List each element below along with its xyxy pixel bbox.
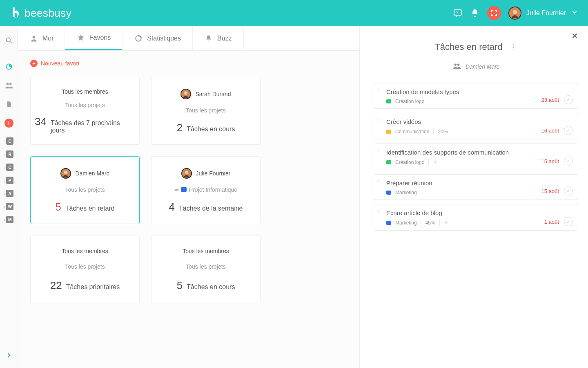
- favorite-card[interactable]: Tous les membresTous les projets34Tâches…: [30, 77, 140, 145]
- favorite-card[interactable]: Tous les membresTous les projets22Tâches…: [30, 236, 140, 303]
- collapse-sidebar-icon[interactable]: [0, 347, 18, 364]
- close-icon[interactable]: ✕: [571, 31, 578, 41]
- svg-point-7: [33, 36, 36, 38]
- chevron-right-icon: ›: [4, 191, 5, 196]
- sidebar-project-item[interactable]: ›C: [4, 161, 13, 173]
- favorite-card[interactable]: Sarah DurandTous les projets2Tâches en c…: [151, 77, 261, 145]
- favorite-card[interactable]: Tous les membresTous les projets5Tâches …: [151, 236, 261, 303]
- svg-text:?: ?: [456, 10, 459, 15]
- brand-name: beesbusy: [24, 7, 71, 20]
- card-project-row: Tous les projets: [65, 263, 105, 270]
- members-icon[interactable]: [0, 77, 18, 94]
- sidebar-project-item[interactable]: ›P: [4, 174, 13, 186]
- project-chip: M: [6, 216, 13, 223]
- file-icon[interactable]: [0, 96, 18, 113]
- top-bar: beesbusy ? Julie Fournier: [0, 0, 588, 26]
- task-progress: 45%: [425, 220, 435, 226]
- project-chip: W: [6, 203, 13, 210]
- task-item[interactable]: ↑Préparer réunionMarketing15 août✓: [374, 174, 578, 200]
- task-item[interactable]: ↑Création de modèles typesCréation logo2…: [374, 83, 578, 109]
- task-title: Créer vidéos: [386, 118, 572, 125]
- dashboard-icon[interactable]: [0, 58, 18, 75]
- svg-point-16: [457, 64, 460, 66]
- add-button[interactable]: +: [0, 114, 18, 132]
- complete-checkbox[interactable]: ✓: [564, 126, 573, 135]
- sidebar-project-item[interactable]: ›A: [4, 187, 13, 200]
- chevron-right-icon: ›: [4, 204, 5, 209]
- tab-label: Favoris: [89, 34, 111, 41]
- briefcase-icon: [386, 221, 391, 225]
- briefcase-icon: [181, 187, 187, 192]
- task-project: Communication: [395, 129, 429, 135]
- help-chat-icon[interactable]: ?: [453, 8, 463, 18]
- new-favorite-label: Nouveau favori: [41, 60, 79, 67]
- complete-checkbox[interactable]: ✓: [564, 217, 573, 226]
- task-title: Création de modèles types: [386, 88, 572, 95]
- more-menu-icon[interactable]: ⋮: [510, 43, 517, 52]
- share-icon: ➦: [174, 186, 179, 193]
- project-chip: C: [6, 137, 13, 145]
- task-item[interactable]: ↑Ecrire article de blogMarketing45%1 aoû…: [374, 204, 578, 231]
- task-title: Préparer réunion: [386, 180, 572, 186]
- panel-title: Tâches en retard: [434, 42, 502, 52]
- tab-favoris[interactable]: Favoris: [65, 26, 122, 50]
- brand-logo-icon: [10, 7, 21, 20]
- task-item[interactable]: ↑Identification des supports de communic…: [374, 144, 578, 170]
- chevron-right-icon: ›: [4, 165, 5, 170]
- complete-checkbox[interactable]: ✓: [564, 186, 573, 195]
- user-name: Julie Fournier: [526, 9, 566, 17]
- briefcase-icon: [386, 99, 391, 103]
- arrow-up-icon: ↑: [377, 147, 380, 154]
- card-count-row: 5Tâches en cours: [177, 279, 235, 292]
- card-avatar: [60, 168, 71, 179]
- complete-checkbox[interactable]: ✓: [564, 95, 573, 104]
- tab-moi[interactable]: Moi: [18, 26, 65, 50]
- complete-checkbox[interactable]: ✓: [564, 157, 573, 166]
- tab-statistiques[interactable]: Statistiques: [122, 26, 193, 50]
- task-date: 23 août: [541, 97, 559, 103]
- svg-point-10: [184, 91, 187, 94]
- svg-point-12: [64, 171, 67, 174]
- sidebar-project-item[interactable]: ›W: [4, 200, 13, 213]
- new-favorite-button[interactable]: + Nouveau favori: [30, 60, 347, 67]
- task-title: Ecrire article de blog: [386, 209, 572, 216]
- chevron-right-icon: ›: [4, 218, 5, 222]
- fullscreen-button[interactable]: [487, 6, 501, 20]
- search-icon[interactable]: [0, 32, 18, 49]
- task-progress: 20%: [438, 129, 448, 135]
- card-member-row: Tous les membres: [62, 88, 108, 95]
- favorite-card[interactable]: Julie Fournier➦Projet Informatique4Tâche…: [151, 156, 261, 224]
- chevron-right-icon: ›: [4, 139, 5, 144]
- card-member-row: Tous les membres: [183, 248, 229, 254]
- task-project: Marketing: [395, 190, 417, 195]
- main-area: Moi Favoris Statistiques Buzz +: [18, 26, 359, 368]
- sidebar-project-item[interactable]: ›C: [4, 135, 13, 147]
- card-member-row: Sarah Durand: [180, 89, 231, 99]
- user-menu[interactable]: Julie Fournier: [508, 7, 578, 20]
- tab-label: Statistiques: [147, 35, 181, 42]
- sidebar-project-item[interactable]: ›M: [4, 213, 13, 226]
- project-chip: C: [6, 164, 13, 171]
- bell-icon[interactable]: [470, 8, 480, 18]
- card-count-row: 34Tâches des 7 prochains jours: [35, 115, 135, 134]
- task-project: Marketing: [395, 220, 417, 226]
- person-icon: [29, 34, 38, 43]
- briefcase-icon: [386, 160, 391, 164]
- svg-point-5: [6, 83, 8, 85]
- brand[interactable]: beesbusy: [10, 7, 71, 20]
- members-small-icon: [452, 61, 461, 72]
- card-avatar: [180, 89, 191, 99]
- bell-tab-icon: [204, 34, 213, 43]
- arrow-up-icon: ↑: [377, 208, 380, 214]
- task-title: Identification des supports de communica…: [386, 149, 572, 156]
- favorite-card[interactable]: Damien MarcTous les projets5Tâches en re…: [30, 156, 140, 224]
- sidebar-project-item[interactable]: ›R: [4, 148, 13, 160]
- tab-buzz[interactable]: Buzz: [193, 26, 244, 50]
- card-count-row: 22Tâches prioritaires: [50, 279, 120, 292]
- svg-point-3: [513, 10, 517, 14]
- task-date: 16 août: [541, 128, 559, 134]
- task-item[interactable]: ↑Créer vidéosCommunication20%16 août✓: [374, 113, 578, 139]
- arrow-up-icon: ↑: [377, 87, 380, 93]
- task-date: 15 août: [541, 188, 559, 194]
- sidebar-rail: + ›C›R›C›P›A›W›M: [0, 26, 18, 368]
